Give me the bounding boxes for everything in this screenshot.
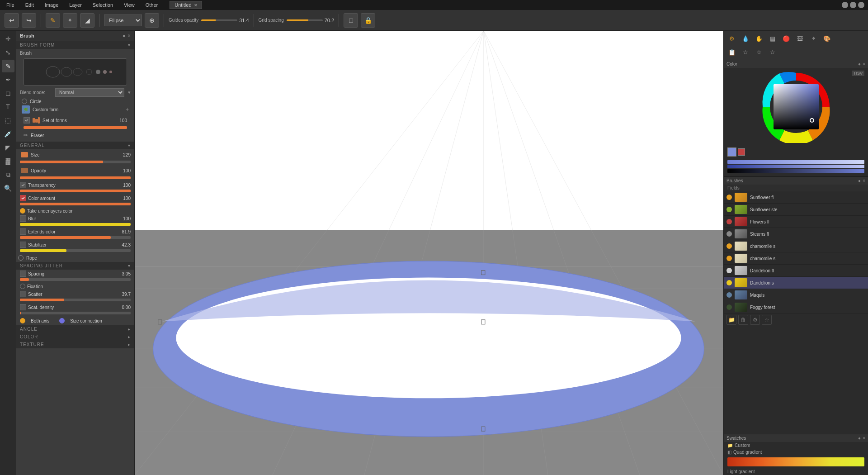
brush-delete-icon[interactable]: 🗑 <box>738 315 748 325</box>
general-collapse-icon[interactable]: ▾ <box>128 143 131 148</box>
brush-item-0[interactable]: Sunflower fl <box>724 191 868 204</box>
canvas-area[interactable] <box>135 31 723 475</box>
right-tool-photo[interactable]: 🖼 <box>793 32 806 45</box>
menu-selection[interactable]: Selection <box>90 1 116 9</box>
tab-close-icon[interactable]: × <box>194 2 197 8</box>
blur-bar-container[interactable] <box>16 223 134 228</box>
brush-item-7[interactable]: Dandelion s <box>724 277 868 289</box>
both-axis-radio[interactable] <box>20 318 25 323</box>
transparency-check[interactable] <box>20 182 26 188</box>
document-tab[interactable]: Untitled × <box>170 1 202 9</box>
scatter-bar-container[interactable] <box>16 298 134 303</box>
right-tool-palette[interactable]: 🎨 <box>821 32 833 45</box>
brush-settings-icon[interactable]: ⚙ <box>750 315 760 325</box>
grid-spacing-slider[interactable] <box>287 19 323 21</box>
window-minimize[interactable] <box>842 2 848 8</box>
brush-item-6[interactable]: Dandelion fl <box>724 265 868 277</box>
circle-option-row[interactable]: Circle <box>20 99 131 104</box>
menu-file[interactable]: File <box>4 1 17 9</box>
color-section-header[interactable]: COLOR ▸ <box>16 333 134 341</box>
hue-bar[interactable] <box>727 160 864 164</box>
brushes-pin-icon[interactable]: ● <box>858 178 861 183</box>
color-wheel-container[interactable]: HSV <box>724 68 868 146</box>
swatches-custom-folder[interactable]: 📁 Custom <box>724 442 868 449</box>
color-pin-icon[interactable]: ● <box>858 62 861 66</box>
gradient-tool[interactable]: ▓ <box>2 155 14 167</box>
set-of-forms-bar-container[interactable] <box>20 126 131 131</box>
selection-tool[interactable]: ⬚ <box>2 114 14 127</box>
spacing-check[interactable] <box>20 271 26 277</box>
right-tool-transform2[interactable]: ⌖ <box>807 32 820 45</box>
fixation-radio[interactable] <box>20 284 25 289</box>
right-tool-settings[interactable]: ⚙ <box>726 32 738 45</box>
right-tool-notes[interactable]: 📋 <box>726 46 738 58</box>
blur-check[interactable] <box>20 215 26 222</box>
texture-expand-icon[interactable]: ▸ <box>128 342 131 347</box>
window-maximize[interactable] <box>850 2 856 8</box>
hsv-tab[interactable]: HSV <box>852 71 864 76</box>
opacity-bar-container[interactable] <box>16 176 134 181</box>
brush-item-1[interactable]: Sunflower ste <box>724 204 868 216</box>
guides-opacity-slider[interactable] <box>201 19 237 21</box>
menu-other[interactable]: Other <box>143 1 161 9</box>
shape-options-button[interactable]: ⊕ <box>145 13 159 28</box>
swatches-close-icon[interactable]: × <box>863 436 865 441</box>
stabilizer-check[interactable] <box>20 242 26 248</box>
spacing-jitter-collapse-icon[interactable]: ▾ <box>128 263 131 268</box>
brush-tool-button[interactable]: ✎ <box>46 13 60 28</box>
brush-item-9[interactable]: Foggy forest <box>724 301 868 314</box>
foreground-color-swatch[interactable] <box>727 147 736 157</box>
circle-radio[interactable] <box>22 99 27 104</box>
brush-item-2[interactable]: Flowers fl <box>724 216 868 228</box>
lock-button[interactable]: 🔒 <box>361 13 375 28</box>
transform-tool[interactable]: ⤡ <box>2 46 14 59</box>
menu-image[interactable]: Image <box>42 1 61 9</box>
swatches-pin-icon[interactable]: ● <box>858 436 861 441</box>
set-of-forms-check[interactable] <box>24 117 30 124</box>
eyedropper-tool[interactable]: 💉 <box>2 128 14 140</box>
brush-item-8[interactable]: Maquis <box>724 289 868 301</box>
right-tool-stamp[interactable]: 🔴 <box>780 32 793 45</box>
lasso-tool-button[interactable]: ⌖ <box>63 13 77 28</box>
guides-opacity-control[interactable]: 31.4 <box>201 18 249 23</box>
undo-button[interactable]: ↩ <box>5 13 19 28</box>
grid-spacing-control[interactable]: 70.2 <box>287 18 334 23</box>
color-amount-check[interactable] <box>20 195 26 201</box>
saturation-bar[interactable] <box>727 165 864 168</box>
brush-tool[interactable]: ✎ <box>2 60 14 72</box>
angle-section-header[interactable]: ANGLE ▸ <box>16 325 134 333</box>
swatches-quad-gradient[interactable]: ◧ Quad gradient <box>724 449 868 456</box>
custom-form-add-icon[interactable]: + <box>126 106 129 113</box>
brushes-close-icon[interactable]: × <box>863 178 865 183</box>
menu-view[interactable]: View <box>121 1 137 9</box>
color-amount-bar-container[interactable] <box>16 202 134 207</box>
right-tool-star2[interactable]: ☆ <box>753 46 765 58</box>
size-bar-container[interactable] <box>16 160 134 165</box>
fill-tool-button[interactable]: ◢ <box>80 13 94 28</box>
stabilizer-bar-container[interactable] <box>16 249 134 254</box>
right-tool-eyedropper[interactable]: 💧 <box>739 32 752 45</box>
brush-item-3[interactable]: Steams fl <box>724 228 868 240</box>
scatter-check[interactable] <box>20 291 26 297</box>
gradient-preview[interactable] <box>727 457 864 466</box>
right-tool-star3[interactable]: ☆ <box>766 46 779 58</box>
general-section-header[interactable]: GENERAL ▾ <box>16 142 134 149</box>
move-tool[interactable]: ✛ <box>2 33 14 45</box>
zoom-tool[interactable]: 🔍 <box>2 182 14 195</box>
text-tool[interactable]: T <box>2 100 14 113</box>
secondary-color-swatch[interactable] <box>738 148 745 156</box>
custom-form-row[interactable]: 🌿 Custom form + <box>20 105 131 114</box>
brush-star-icon[interactable]: ☆ <box>762 315 772 325</box>
brush-item-5[interactable]: chamomile s <box>724 252 868 265</box>
eraser-row[interactable]: ✏ Eraser <box>20 131 131 140</box>
swatches-light-gradient[interactable]: Light gradient <box>724 468 868 475</box>
spacing-jitter-section-header[interactable]: SPACING JITTER ▾ <box>16 262 134 270</box>
right-tool-star1[interactable]: ☆ <box>739 46 752 58</box>
rope-row[interactable]: Rope <box>16 255 134 261</box>
texture-section-header[interactable]: TEXTURE ▸ <box>16 341 134 348</box>
brush-panel-close-icon[interactable]: × <box>127 33 131 39</box>
view-mode-button[interactable]: □ <box>344 13 358 28</box>
spacing-bar-container[interactable] <box>16 278 134 283</box>
shape-tool[interactable]: ◻ <box>2 87 14 100</box>
extends-color-check[interactable] <box>20 228 26 235</box>
